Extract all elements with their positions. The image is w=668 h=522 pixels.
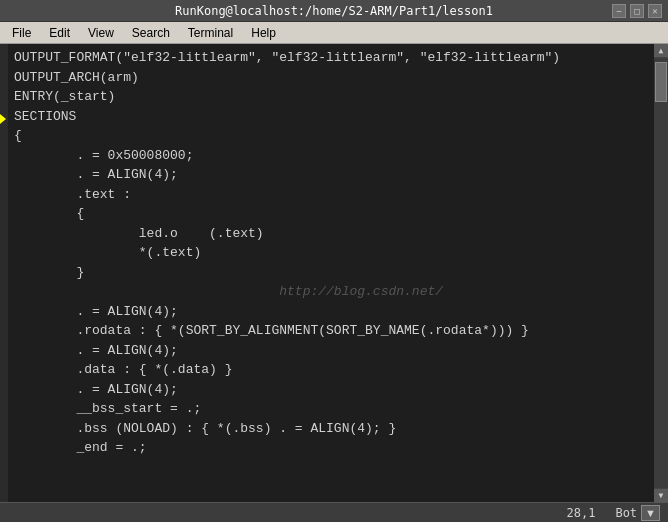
menubar: FileEditViewSearchTerminalHelp: [0, 22, 668, 44]
mode-dropdown-button[interactable]: ▼: [641, 505, 660, 521]
editor-content[interactable]: OUTPUT_FORMAT("elf32-littlearm", "elf32-…: [8, 44, 654, 502]
watermark: http://blog.csdn.net/: [14, 282, 648, 302]
editor-line: . = ALIGN(4);: [14, 165, 648, 185]
scroll-mode-label: Bot: [615, 506, 637, 520]
maximize-button[interactable]: □: [630, 4, 644, 18]
editor-line: .rodata : { *(SORT_BY_ALIGNMENT(SORT_BY_…: [14, 321, 648, 341]
editor-line: . = 0x50008000;: [14, 146, 648, 166]
scroll-up-button[interactable]: ▲: [654, 44, 668, 58]
editor-line: SECTIONS: [14, 107, 648, 127]
menu-item-search[interactable]: Search: [124, 24, 178, 42]
editor-line: . = ALIGN(4);: [14, 380, 648, 400]
statusbar: 28,1 Bot ▼: [0, 502, 668, 522]
editor-line: {: [14, 126, 648, 146]
window-title: RunKong@localhost:/home/S2-ARM/Part1/les…: [56, 4, 612, 18]
scrollbar[interactable]: ▲ ▼: [654, 44, 668, 502]
scroll-thumb[interactable]: [655, 62, 667, 102]
close-button[interactable]: ✕: [648, 4, 662, 18]
menu-item-edit[interactable]: Edit: [41, 24, 78, 42]
editor-line: *(.text): [14, 243, 648, 263]
menu-item-terminal[interactable]: Terminal: [180, 24, 241, 42]
titlebar: RunKong@localhost:/home/S2-ARM/Part1/les…: [0, 0, 668, 22]
menu-item-file[interactable]: File: [4, 24, 39, 42]
menu-item-help[interactable]: Help: [243, 24, 284, 42]
scroll-track[interactable]: [654, 58, 668, 488]
editor-line: OUTPUT_FORMAT("elf32-littlearm", "elf32-…: [14, 48, 648, 68]
left-gutter: [0, 44, 8, 502]
editor-line: __bss_start = .;: [14, 399, 648, 419]
editor-line: . = ALIGN(4);: [14, 341, 648, 361]
editor-container: OUTPUT_FORMAT("elf32-littlearm", "elf32-…: [0, 44, 668, 502]
editor-line: .data : { *(.data) }: [14, 360, 648, 380]
minimize-button[interactable]: −: [612, 4, 626, 18]
scroll-mode: Bot ▼: [615, 505, 660, 521]
editor-line: OUTPUT_ARCH(arm): [14, 68, 648, 88]
scroll-down-button[interactable]: ▼: [654, 488, 668, 502]
menu-item-view[interactable]: View: [80, 24, 122, 42]
editor-line: ENTRY(_start): [14, 87, 648, 107]
editor-line: _end = .;: [14, 438, 648, 458]
cursor-position: 28,1: [567, 506, 596, 520]
editor-line: }: [14, 263, 648, 283]
editor-line: led.o (.text): [14, 224, 648, 244]
editor-line: {: [14, 204, 648, 224]
window-controls[interactable]: − □ ✕: [612, 4, 662, 18]
cursor-arrow: [0, 114, 6, 124]
editor-line: . = ALIGN(4);: [14, 302, 648, 322]
editor-line: .text :: [14, 185, 648, 205]
editor-line: .bss (NOLOAD) : { *(.bss) . = ALIGN(4); …: [14, 419, 648, 439]
